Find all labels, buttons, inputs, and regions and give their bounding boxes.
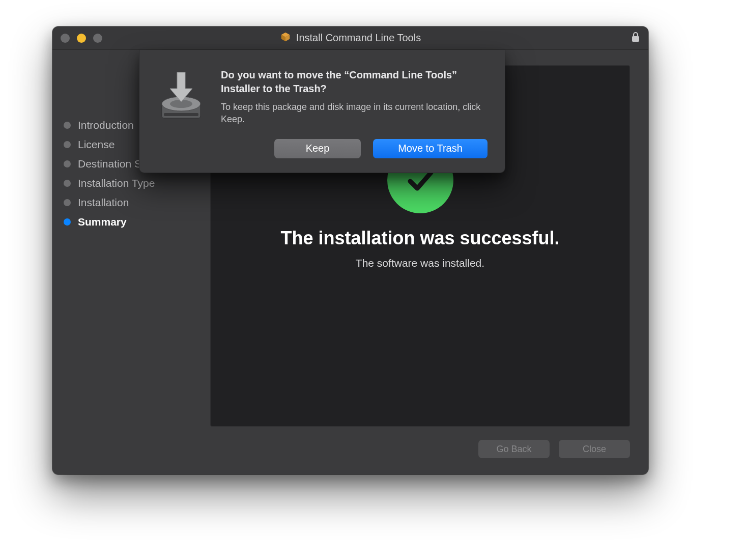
- step-label: License: [78, 138, 114, 151]
- minimize-window-button[interactable]: [77, 34, 86, 43]
- svg-rect-3: [164, 113, 198, 116]
- step-label: Summary: [78, 216, 127, 228]
- step-installation: Installation: [64, 197, 204, 209]
- titlebar: Install Command Line Tools: [52, 26, 648, 50]
- sheet-actions: Keep Move to Trash: [221, 139, 488, 158]
- sheet-title: Do you want to move the “Command Line To…: [221, 68, 488, 96]
- go-back-button[interactable]: Go Back: [478, 440, 550, 458]
- trash-prompt-sheet: Do you want to move the “Command Line To…: [139, 50, 505, 173]
- sheet-body: Do you want to move the “Command Line To…: [221, 68, 488, 158]
- installer-window: Install Command Line Tools Introduction …: [52, 26, 648, 474]
- svg-rect-0: [632, 36, 639, 42]
- step-bullet-icon: [64, 180, 71, 187]
- package-icon: [280, 31, 291, 45]
- window-title-area: Install Command Line Tools: [52, 31, 648, 45]
- move-to-trash-button[interactable]: Move to Trash: [373, 139, 488, 158]
- step-label: Introduction: [78, 119, 134, 131]
- success-subline: The software was installed.: [356, 257, 484, 269]
- footer-actions: Go Back Close: [210, 427, 630, 458]
- keep-button[interactable]: Keep: [274, 139, 361, 158]
- zoom-window-button[interactable]: [93, 34, 102, 43]
- disk-download-icon: [157, 68, 206, 158]
- close-button[interactable]: Close: [559, 440, 630, 458]
- window-controls: [61, 34, 102, 43]
- sheet-description: To keep this package and disk image in i…: [221, 101, 488, 126]
- window-title: Install Command Line Tools: [296, 32, 421, 44]
- step-label: Installation Type: [78, 177, 155, 189]
- step-summary: Summary: [64, 216, 204, 228]
- lock-icon[interactable]: [631, 32, 640, 45]
- step-bullet-icon: [64, 160, 71, 167]
- step-installation-type: Installation Type: [64, 177, 204, 189]
- step-label: Installation: [78, 197, 129, 209]
- step-bullet-icon: [64, 199, 71, 206]
- step-bullet-icon: [64, 122, 71, 129]
- step-bullet-icon: [64, 141, 71, 148]
- close-window-button[interactable]: [61, 34, 70, 43]
- success-headline: The installation was successful.: [280, 228, 559, 249]
- step-bullet-icon: [64, 218, 71, 226]
